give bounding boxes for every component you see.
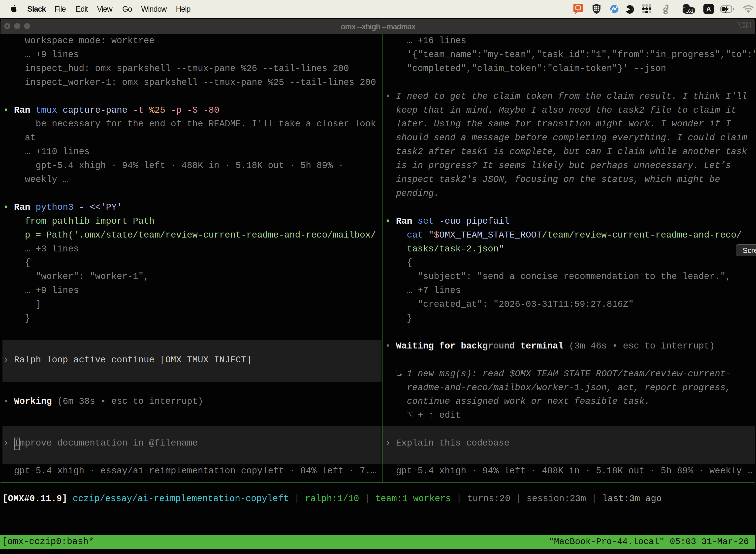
svg-text:A: A: [706, 5, 711, 13]
svg-text:..61: ..61: [686, 8, 693, 14]
